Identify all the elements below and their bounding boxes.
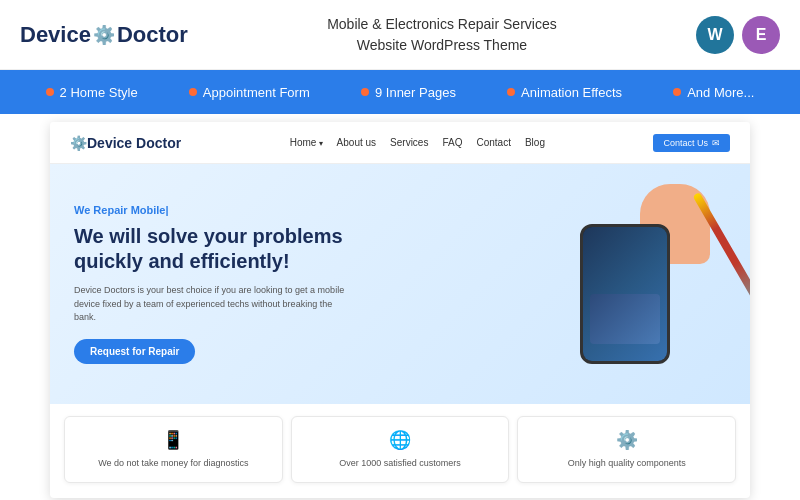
settings-icon: ⚙️ [528, 429, 725, 451]
nav-faq[interactable]: FAQ [442, 137, 462, 148]
feature-item-1: Appointment Form [189, 85, 310, 100]
feature-card-text-0: We do not take money for diagnostics [75, 457, 272, 470]
mobile-icon: 📱 [75, 429, 272, 451]
contact-button[interactable]: Contact Us ✉ [653, 134, 730, 152]
logo-area: Device⚙️Doctor [20, 22, 188, 48]
feature-dot [507, 88, 515, 96]
feature-card-2: ⚙️ Only high quality components [517, 416, 736, 483]
envelope-icon: ✉ [712, 138, 720, 148]
hero-tagline: We Repair Mobile| [74, 204, 354, 216]
nav-home[interactable]: Home [290, 137, 323, 148]
site-logo-gear-icon: ⚙️ [70, 135, 87, 151]
phone-repair-illustration [550, 184, 710, 384]
feature-cards-section: 📱 We do not take money for diagnostics 🌐… [50, 404, 750, 495]
feature-card-1: 🌐 Over 1000 satisfied customers [291, 416, 510, 483]
hero-title: We will solve your problems quickly and … [74, 224, 354, 274]
cta-button[interactable]: Request for Repair [74, 339, 195, 364]
main-logo: Device⚙️Doctor [20, 22, 188, 48]
feature-dot [189, 88, 197, 96]
globe-icon: 🌐 [302, 429, 499, 451]
nav-about[interactable]: About us [337, 137, 376, 148]
nav-blog[interactable]: Blog [525, 137, 545, 148]
feature-item-2: 9 Inner Pages [361, 85, 456, 100]
phone-chip [590, 294, 660, 344]
hero-section: We Repair Mobile| We will solve your pro… [50, 164, 750, 404]
nav-services[interactable]: Services [390, 137, 428, 148]
logo-gear-icon: ⚙️ [93, 24, 115, 46]
feature-dot [46, 88, 54, 96]
site-nav[interactable]: Home About us Services FAQ Contact Blog [290, 137, 545, 148]
elementor-badge: E [742, 16, 780, 54]
feature-card-text-2: Only high quality components [528, 457, 725, 470]
hero-image [520, 164, 740, 404]
nav-contact[interactable]: Contact [476, 137, 510, 148]
site-preview: ⚙️ Device Doctor Home About us Services … [50, 122, 750, 498]
feature-card-text-1: Over 1000 satisfied customers [302, 457, 499, 470]
platform-badges: W E [696, 16, 780, 54]
feature-item-0: 2 Home Style [46, 85, 138, 100]
feature-item-4: And More... [673, 85, 754, 100]
main-header: Device⚙️Doctor Mobile & Electronics Repa… [0, 0, 800, 70]
feature-dot [361, 88, 369, 96]
header-tagline: Mobile & Electronics Repair Services Web… [327, 14, 557, 56]
hero-description: Device Doctors is your best choice if yo… [74, 284, 354, 325]
feature-dot [673, 88, 681, 96]
feature-item-3: Animation Effects [507, 85, 622, 100]
site-header: ⚙️ Device Doctor Home About us Services … [50, 122, 750, 164]
hero-content: We Repair Mobile| We will solve your pro… [74, 204, 354, 364]
feature-bar: 2 Home Style Appointment Form 9 Inner Pa… [0, 70, 800, 114]
feature-card-0: 📱 We do not take money for diagnostics [64, 416, 283, 483]
wordpress-badge: W [696, 16, 734, 54]
site-logo: ⚙️ Device Doctor [70, 135, 181, 151]
